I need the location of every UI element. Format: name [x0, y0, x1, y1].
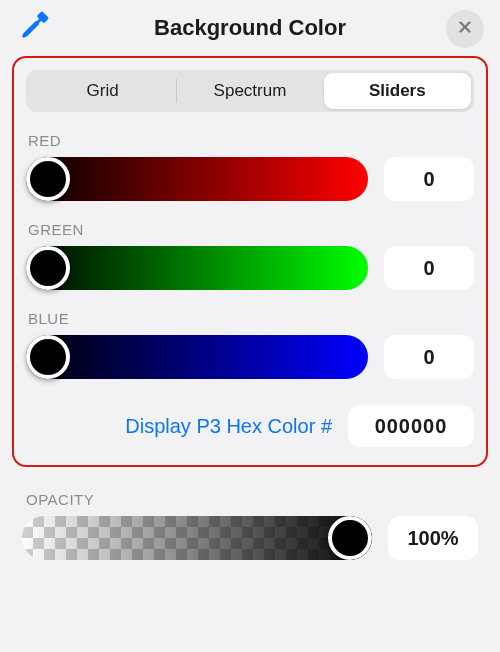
red-row: 0: [26, 157, 474, 201]
tab-spectrum[interactable]: Spectrum: [176, 73, 323, 109]
blue-row: 0: [26, 335, 474, 379]
green-row: 0: [26, 246, 474, 290]
opacity-slider-thumb[interactable]: [328, 516, 372, 560]
red-value-field[interactable]: 0: [384, 157, 474, 201]
blue-label: BLUE: [28, 310, 472, 327]
opacity-row: 100%: [22, 516, 478, 560]
tab-label: Spectrum: [214, 81, 287, 101]
tab-grid[interactable]: Grid: [29, 73, 176, 109]
tab-label: Grid: [87, 81, 119, 101]
hex-row: Display P3 Hex Color # 000000: [26, 405, 474, 447]
red-slider-track[interactable]: [26, 157, 368, 201]
red-label: RED: [28, 132, 472, 149]
close-button[interactable]: [446, 10, 484, 48]
eyedropper-icon: [20, 10, 50, 44]
blue-slider-track[interactable]: [26, 335, 368, 379]
green-label: GREEN: [28, 221, 472, 238]
blue-value-field[interactable]: 0: [384, 335, 474, 379]
eyedropper-button[interactable]: [18, 10, 52, 44]
color-space-button[interactable]: Display P3 Hex Color #: [125, 415, 332, 438]
mode-segmented-control: Grid Spectrum Sliders: [26, 70, 474, 112]
tab-label: Sliders: [369, 81, 426, 101]
tab-sliders[interactable]: Sliders: [324, 73, 471, 109]
green-slider-thumb[interactable]: [26, 246, 70, 290]
close-icon: [456, 18, 474, 40]
opacity-value-field[interactable]: 100%: [388, 516, 478, 560]
opacity-gradient: [22, 516, 372, 560]
green-slider-track[interactable]: [26, 246, 368, 290]
opacity-label: OPACITY: [26, 491, 474, 508]
red-slider-thumb[interactable]: [26, 157, 70, 201]
opacity-section: OPACITY 100%: [22, 491, 478, 560]
blue-slider-thumb[interactable]: [26, 335, 70, 379]
green-value-field[interactable]: 0: [384, 246, 474, 290]
opacity-slider-track[interactable]: [22, 516, 372, 560]
header: Background Color: [0, 0, 500, 56]
page-title: Background Color: [154, 15, 346, 41]
hex-value-field[interactable]: 000000: [348, 405, 474, 447]
sliders-panel-highlight: Grid Spectrum Sliders RED 0 GREEN 0 BLUE…: [12, 56, 488, 467]
